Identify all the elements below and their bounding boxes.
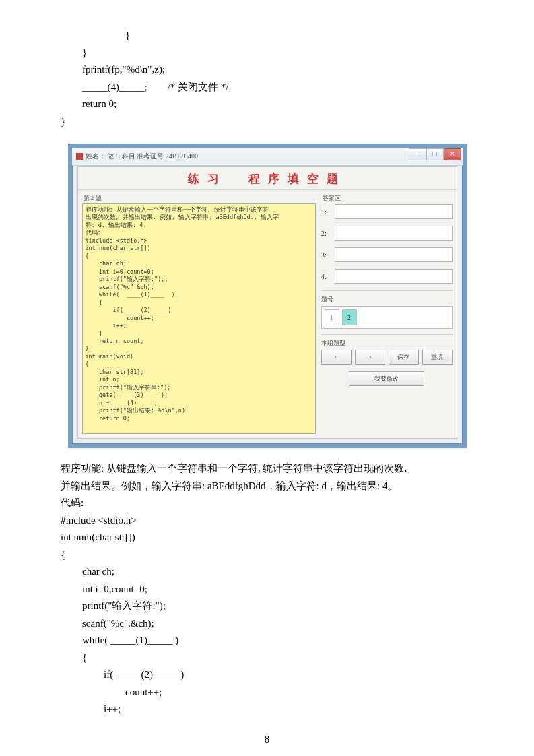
maximize-button[interactable]: ▢ [426, 148, 444, 160]
code-pane: 程序功能: 从键盘输入一个字符串和一个字符, 统计字符串中该字符 出现的次数, … [82, 203, 316, 434]
blank-4: _____(4)_____; [82, 82, 147, 92]
code-line: scanf("%c",&ch); [61, 615, 473, 633]
answer-input-2[interactable] [335, 226, 453, 241]
code-line: { [61, 546, 473, 564]
answer-area-label: 答案区 [321, 194, 453, 203]
close-button[interactable]: ✕ [444, 148, 461, 160]
para-line: 代码: [61, 495, 473, 512]
nav-box: 1 2 [321, 306, 453, 329]
prev-button[interactable]: < [321, 350, 352, 365]
minimize-button[interactable]: ─ [409, 148, 426, 160]
code-line: } [61, 44, 473, 62]
code-line: _____(4)_____; /* 关闭文件 */ [61, 79, 473, 96]
nav-item-2[interactable]: 2 [342, 309, 357, 325]
answer-row-4: 4: [321, 269, 453, 284]
code-line: i++; [61, 701, 473, 718]
app-header: 练习 程序填空题 [78, 167, 457, 190]
nav-label: 题号 [321, 295, 453, 304]
comment: /* 关闭文件 */ [168, 82, 229, 92]
answer-input-4[interactable] [335, 269, 453, 284]
code-line: return 0; [61, 96, 473, 113]
code-line: int num(char str[]) [61, 529, 473, 546]
code-line: printf("输入字符:"); [61, 598, 473, 615]
code-fragment-top: } } fprintf(fp,"%d\n",z); _____(4)_____;… [61, 27, 473, 130]
code-fragment-bottom: #include <stdio.h> int num(char str[]) {… [61, 512, 473, 718]
modify-button[interactable]: 我要修改 [349, 371, 424, 386]
next-button[interactable]: > [355, 350, 385, 365]
question-number-label: 第 2 题 [82, 194, 316, 203]
app-icon [76, 153, 83, 160]
code-line: } [61, 27, 473, 44]
header-text-b: 程序填空题 [248, 172, 346, 185]
reset-button[interactable]: 重填 [422, 350, 453, 365]
btn-group-label: 本组题型 [321, 339, 453, 348]
code-line: int i=0,count=0; [61, 581, 473, 598]
code-line: char ch; [61, 563, 473, 581]
code-line: #include <stdio.h> [61, 512, 473, 530]
code-line: { [61, 650, 473, 667]
window-title: 姓名： 做 C 科目 准考证号 24B12B400 [86, 152, 199, 161]
code-line: if( _____(2)_____ ) [61, 666, 473, 684]
problem-paragraph: 程序功能: 从键盘输入一个字符串和一个字符, 统计字符串中该字符出现的次数, 并… [61, 460, 473, 512]
page-number: 8 [61, 734, 473, 745]
answer-row-1: 1: [321, 204, 453, 219]
code-line: fprintf(fp,"%d\n",z); [61, 61, 473, 79]
answer-row-3: 3: [321, 247, 453, 262]
code-line: while( _____(1)_____ ) [61, 632, 473, 650]
para-line: 并输出结果。例如，输入字符串: aBEddfghDdd，输入字符: d，输出结果… [61, 478, 473, 495]
answer-input-1[interactable] [335, 204, 453, 219]
code-line: count++; [61, 684, 473, 701]
app-body: 练习 程序填空题 第 2 题 程序功能: 从键盘输入一个字符串和一个字符, 统计… [77, 166, 457, 439]
save-button[interactable]: 保存 [389, 350, 419, 365]
code-line: } [61, 113, 473, 131]
answer-input-3[interactable] [335, 247, 453, 262]
answer-row-2: 2: [321, 226, 453, 241]
nav-item-1[interactable]: 1 [325, 309, 339, 325]
header-text-a: 练习 [188, 172, 227, 185]
app-window: 姓名： 做 C 科目 准考证号 24B12B400 ─ ▢ ✕ 练习 程序填空题… [68, 144, 467, 448]
titlebar: 姓名： 做 C 科目 准考证号 24B12B400 ─ ▢ ✕ [72, 148, 463, 166]
para-line: 程序功能: 从键盘输入一个字符串和一个字符, 统计字符串中该字符出现的次数, [61, 460, 473, 478]
